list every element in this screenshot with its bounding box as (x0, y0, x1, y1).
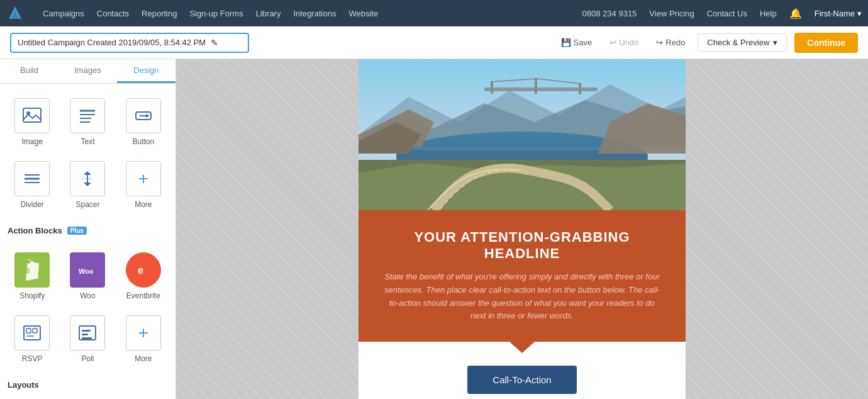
block-item-more-action[interactable]: + More (116, 307, 170, 369)
action-blocks-header: Action Blocks Plus (0, 221, 175, 238)
user-name: First-Name (815, 9, 855, 18)
nav-signup-forms[interactable]: Sign-up Forms (189, 9, 243, 18)
save-button[interactable]: 💾 Save (556, 35, 598, 50)
block-item-more-basic[interactable]: + More (116, 153, 170, 215)
nav-contacts[interactable]: Contacts (97, 9, 129, 18)
redo-button[interactable]: ↪ Redo (651, 35, 690, 50)
layouts-header: Layouts (0, 375, 175, 392)
more-action-block-icon: + (126, 315, 161, 351)
check-preview-button[interactable]: Check & Preview ▾ (698, 33, 787, 52)
block-item-spacer[interactable]: Spacer (60, 153, 114, 215)
campaign-title-field[interactable]: Untitled Campaign Created 2019/09/05, 8:… (10, 33, 249, 53)
block-item-eventbrite[interactable]: e Eventbrite (116, 244, 170, 306)
shopify-block-label: Shopify (19, 291, 45, 300)
canvas-image-block[interactable] (359, 59, 686, 210)
svg-marker-10 (146, 114, 150, 118)
campaign-title-text: Untitled Campaign Created 2019/09/05, 8:… (18, 38, 206, 47)
block-item-image[interactable]: Image (5, 90, 59, 152)
cta-connector (359, 342, 686, 353)
basic-blocks-grid: Image Text (0, 84, 175, 221)
save-icon: 💾 (561, 38, 571, 47)
main-layout: Build Images Design Image (0, 59, 868, 399)
action-blocks-label: Action Blocks (8, 226, 62, 235)
svg-text:S: S (26, 267, 30, 274)
block-item-poll[interactable]: Poll (60, 307, 114, 369)
rsvp-block-label: RSVP (22, 354, 43, 363)
undo-button[interactable]: ↩ Undo (604, 35, 643, 50)
image-block-label: Image (21, 137, 42, 146)
redo-icon: ↪ (656, 38, 663, 47)
svg-rect-35 (579, 83, 581, 94)
svg-rect-2 (23, 108, 41, 122)
email-canvas: YOUR ATTENTION-GRABBING HEADLINE State t… (359, 59, 686, 399)
rsvp-block-icon (14, 315, 50, 351)
undo-icon: ↩ (609, 38, 616, 47)
cta-block: Call-To-Action (359, 353, 686, 399)
eventbrite-block-icon: e (126, 252, 161, 288)
divider-block-label: Divider (20, 200, 43, 209)
poll-block-icon (70, 315, 105, 351)
block-item-text[interactable]: Text (60, 90, 114, 152)
spacer-block-icon (70, 161, 105, 196)
more-basic-block-icon: + (126, 161, 161, 196)
spacer-block-label: Spacer (75, 200, 99, 209)
notification-bell-icon[interactable]: 🔔 (789, 8, 802, 20)
panel-tabs: Build Images Design (0, 59, 175, 84)
text-block-label: Text (81, 137, 94, 146)
svg-rect-28 (82, 337, 92, 339)
connector-arrow-icon (509, 342, 535, 353)
svg-rect-34 (535, 78, 537, 94)
tab-design[interactable]: Design (117, 59, 175, 83)
block-item-button[interactable]: Button (116, 90, 170, 152)
nav-website[interactable]: Website (348, 9, 378, 18)
nav-reporting[interactable]: Reporting (142, 9, 177, 18)
nav-view-pricing[interactable]: View Pricing (649, 9, 694, 18)
woo-block-icon: Woo (70, 252, 105, 288)
tab-images[interactable]: Images (58, 59, 117, 83)
block-item-shopify[interactable]: S Shopify (5, 244, 59, 306)
user-dropdown-icon: ▾ (857, 9, 862, 18)
svg-marker-16 (84, 183, 91, 186)
continue-button[interactable]: Continue (794, 33, 858, 53)
headline-block[interactable]: YOUR ATTENTION-GRABBING HEADLINE State t… (359, 210, 686, 342)
svg-rect-33 (491, 81, 493, 94)
svg-text:Woo: Woo (79, 267, 94, 275)
nav-library[interactable]: Library (256, 9, 281, 18)
nav-phone: 0808 234 9315 (582, 9, 637, 18)
divider-block-icon (14, 161, 50, 196)
woo-block-label: Woo (80, 291, 95, 300)
left-panel: Build Images Design Image (0, 59, 176, 399)
cta-button[interactable]: Call-To-Action (467, 366, 576, 394)
user-menu[interactable]: First-Name ▾ (815, 9, 862, 18)
title-bar: Untitled Campaign Created 2019/09/05, 8:… (0, 26, 868, 59)
button-block-icon (126, 98, 161, 133)
svg-rect-26 (82, 330, 91, 332)
headline-title: YOUR ATTENTION-GRABBING HEADLINE (384, 229, 660, 262)
top-nav: Campaigns Contacts Reporting Sign-up For… (0, 0, 868, 26)
block-item-divider[interactable]: Divider (5, 153, 59, 215)
check-preview-dropdown-icon: ▾ (773, 38, 777, 47)
svg-rect-27 (82, 334, 88, 335)
check-preview-label: Check & Preview (707, 38, 769, 47)
more-basic-block-label: More (135, 200, 152, 209)
poll-block-label: Poll (81, 354, 94, 363)
eventbrite-block-label: Eventbrite (126, 291, 160, 300)
block-item-woo[interactable]: Woo Woo (60, 244, 114, 306)
nav-contact-us[interactable]: Contact Us (707, 9, 747, 18)
block-item-rsvp[interactable]: RSVP (5, 307, 59, 369)
nav-campaigns[interactable]: Campaigns (43, 9, 84, 18)
logo[interactable] (6, 4, 24, 23)
action-blocks-grid: S Shopify Woo Woo e (0, 238, 175, 375)
nav-integrations[interactable]: Integrations (293, 9, 336, 18)
image-block-icon (14, 98, 50, 133)
text-block-icon (70, 98, 105, 133)
more-action-block-label: More (135, 354, 152, 363)
tab-build[interactable]: Build (0, 59, 58, 83)
layouts-label: Layouts (8, 380, 39, 390)
button-block-label: Button (132, 137, 154, 146)
svg-rect-22 (26, 329, 31, 333)
edit-title-icon[interactable]: ✎ (211, 38, 218, 48)
nav-help[interactable]: Help (760, 9, 777, 18)
canvas-area: YOUR ATTENTION-GRABBING HEADLINE State t… (176, 59, 868, 399)
svg-rect-23 (33, 329, 37, 333)
